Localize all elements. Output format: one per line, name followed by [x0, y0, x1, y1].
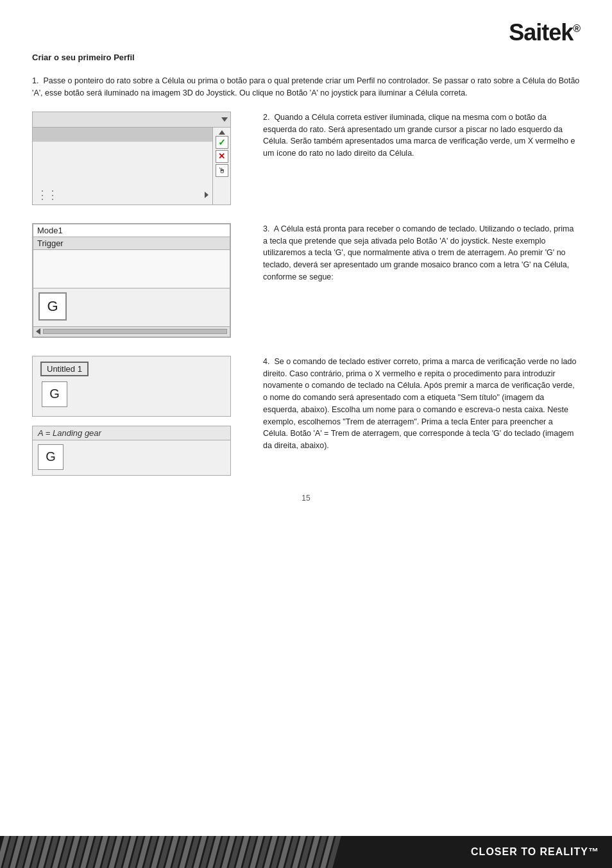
- dropdown-arrow-icon: [221, 117, 228, 122]
- panel1-active-row: [33, 128, 212, 142]
- panel1-sidebar: ✓ ✕ 🖱: [212, 128, 230, 204]
- play-icon: [205, 192, 208, 198]
- row-4: Untitled 1 G A = Landing gear G 4. Se o …: [32, 356, 580, 476]
- scroll-left-icon[interactable]: [36, 328, 40, 335]
- cell-g-panel2: G: [38, 292, 67, 321]
- step1-number: 1.: [32, 76, 38, 85]
- panel2-scrollbar[interactable]: [33, 327, 230, 337]
- logo-text: Saitek: [509, 19, 573, 46]
- step4-text: 4. Se o comando de teclado estiver corre…: [263, 356, 580, 452]
- scroll-up-icon: [219, 130, 225, 135]
- step2-content: Quando a Célula correta estiver iluminad…: [263, 113, 575, 158]
- panel1-main: ⋮⋮: [33, 128, 212, 204]
- panels-34-col: Untitled 1 G A = Landing gear G: [32, 356, 244, 476]
- panel2: Mode1 Trigger G: [32, 223, 231, 338]
- step1-content: Passe o ponteiro do rato sobre a Célula …: [32, 76, 579, 97]
- footer: CLOSER TO REALITY™: [0, 836, 612, 868]
- row-3: Mode1 Trigger G 3. A Célula está pronta …: [32, 223, 580, 338]
- panel2-trigger-bar: Trigger: [33, 237, 230, 250]
- panel3-cell-area: G: [37, 379, 226, 412]
- page-number: 15: [32, 494, 580, 503]
- saitek-logo: Saitek®: [509, 19, 580, 46]
- cell-g-panel3: G: [42, 381, 67, 407]
- panel3-title[interactable]: Untitled 1: [40, 362, 89, 376]
- step2-number: 2.: [263, 113, 269, 122]
- step3-number: 3.: [263, 224, 269, 233]
- logo-reg: ®: [573, 23, 580, 34]
- logo-area: Saitek®: [32, 19, 580, 46]
- step3-content: A Célula está pronta para receber o coma…: [263, 224, 574, 281]
- panel4-title: A = Landing gear: [33, 426, 230, 440]
- panel1-col: ⋮⋮ ✓ ✕ 🖱: [32, 112, 244, 205]
- resize-dots: ⋮⋮: [37, 188, 57, 202]
- panel2-col: Mode1 Trigger G: [32, 223, 244, 338]
- step4-text-col: 4. Se o comando de teclado estiver corre…: [263, 356, 580, 452]
- mouse-icon[interactable]: 🖱: [216, 164, 228, 177]
- panel4: A = Landing gear G: [32, 426, 231, 476]
- panel2-mode-bar: Mode1: [33, 224, 230, 237]
- panel2-empty-area: [33, 250, 230, 288]
- panel4-cell-area: G: [33, 440, 230, 475]
- cell-g-panel4: G: [38, 444, 64, 470]
- panel1-content: ⋮⋮ ✓ ✕ 🖱: [33, 128, 230, 204]
- step4-number: 4.: [263, 357, 269, 366]
- panel3: Untitled 1 G: [32, 356, 231, 417]
- panel1: ⋮⋮ ✓ ✕ 🖱: [32, 112, 231, 205]
- check-icon[interactable]: ✓: [216, 136, 228, 149]
- row-2: ⋮⋮ ✓ ✕ 🖱 2. Qua: [32, 112, 580, 205]
- x-icon[interactable]: ✕: [216, 150, 228, 163]
- footer-tagline: CLOSER TO REALITY™: [471, 846, 599, 858]
- step3-text-col: 3. A Célula está pronta para receber o c…: [263, 223, 580, 283]
- panel1-header: [33, 112, 230, 128]
- step2-text-col: 2. Quando a Célula correta estiver ilumi…: [263, 112, 580, 160]
- section-title: Criar o seu primeiro Perfil: [32, 53, 580, 62]
- panel1-bottom-bar: ⋮⋮: [33, 185, 212, 204]
- scrollbar-track[interactable]: [43, 329, 227, 334]
- panel2-cell-area: G: [33, 288, 230, 327]
- step2-text: 2. Quando a Célula correta estiver ilumi…: [263, 112, 580, 160]
- step3-text: 3. A Célula está pronta para receber o c…: [263, 223, 580, 283]
- step1-text: 1. Passe o ponteiro do rato sobre a Célu…: [32, 75, 580, 100]
- footer-stripes: [0, 836, 449, 868]
- step4-content: Se o comando de teclado estiver correto,…: [263, 357, 576, 450]
